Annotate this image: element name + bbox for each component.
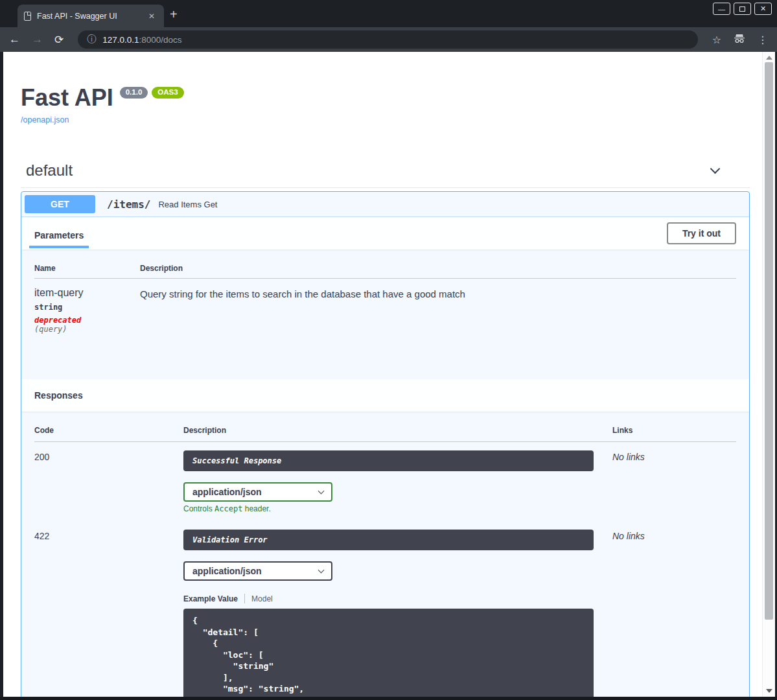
parameter-meta: item-query string deprecated (query) xyxy=(34,287,140,334)
example-json-codeblock: { "detail": [ { "loc": [ "string" ], "ms… xyxy=(183,609,594,697)
url-host: 127.0.0.1 xyxy=(102,35,139,45)
response-200-body: Successful Response application/json Con… xyxy=(183,450,612,521)
col-resp-description: Description xyxy=(183,426,612,435)
back-icon[interactable]: ← xyxy=(9,33,20,46)
chevron-down-icon xyxy=(318,487,325,494)
window-controls: — ✕ xyxy=(713,3,772,15)
response-description-box: Successful Response xyxy=(183,450,594,471)
response-links: No links xyxy=(612,450,736,521)
parameter-row: item-query string deprecated (query) Que… xyxy=(34,279,736,379)
response-422-body: Validation Error application/json Exampl… xyxy=(183,530,612,697)
response-links: No links xyxy=(612,530,736,697)
responses-table-head: Code Description Links xyxy=(34,412,736,442)
responses-title: Responses xyxy=(34,390,83,401)
api-title: Fast API xyxy=(21,84,113,111)
media-type-select-200[interactable]: application/json xyxy=(183,482,332,502)
url-path: :8000/docs xyxy=(139,35,182,45)
col-description: Description xyxy=(140,264,736,273)
tab-close-icon[interactable]: ✕ xyxy=(146,10,157,22)
reload-icon[interactable]: ⟳ xyxy=(54,33,64,47)
response-row-200: 200 Successful Response application/json… xyxy=(34,442,736,521)
incognito-icon xyxy=(733,33,746,46)
browser-toolbar: ← → ⟳ ⓘ 127.0.0.1:8000/docs ☆ ⋮ xyxy=(0,27,777,52)
maximize-button[interactable] xyxy=(734,3,751,15)
responses-header: Responses xyxy=(21,379,749,412)
version-badge: 0.1.0 xyxy=(120,87,148,99)
media-type-value: application/json xyxy=(192,487,262,497)
page-favicon-icon xyxy=(24,12,31,21)
http-method-badge: GET xyxy=(25,195,95,213)
close-window-button[interactable]: ✕ xyxy=(754,3,772,15)
example-model-tabs: Example Value Model xyxy=(183,594,612,603)
api-badges: 0.1.0 OAS3 xyxy=(120,87,184,99)
parameters-table-head: Name Description xyxy=(34,250,736,279)
model-tab[interactable]: Model xyxy=(251,594,273,603)
scrollbar-down-arrow-icon[interactable] xyxy=(766,689,772,693)
operation-path: /items/ xyxy=(107,198,150,211)
media-type-value: application/json xyxy=(192,566,262,576)
parameter-location: (query) xyxy=(34,325,140,334)
response-description-box: Validation Error xyxy=(183,530,594,550)
tag-header[interactable]: default xyxy=(21,161,750,188)
chevron-down-icon[interactable] xyxy=(710,163,721,174)
col-links: Links xyxy=(612,426,736,435)
new-tab-button[interactable]: + xyxy=(170,8,178,21)
tab-title: Fast API - Swagger UI xyxy=(37,12,140,21)
address-bar[interactable]: ⓘ 127.0.0.1:8000/docs xyxy=(78,30,697,49)
col-name: Name xyxy=(34,264,140,273)
forward-icon[interactable]: → xyxy=(32,33,43,46)
browser-titlebar: Fast API - Swagger UI ✕ + — ✕ xyxy=(0,0,777,27)
chevron-down-icon xyxy=(318,566,325,573)
parameters-header: Parameters Try it out xyxy=(21,217,749,250)
parameters-table: Name Description item-query string depre… xyxy=(21,250,749,379)
maximize-icon xyxy=(739,6,745,12)
tab-separator xyxy=(244,594,245,603)
browser-menu-icon[interactable]: ⋮ xyxy=(758,34,768,46)
window-bottom-border xyxy=(0,697,777,700)
try-it-out-button[interactable]: Try it out xyxy=(667,222,736,244)
tag-section-default: default GET /items/ Read Items Get Param… xyxy=(21,161,750,697)
api-title-row: Fast API 0.1.0 OAS3 xyxy=(21,84,750,111)
accept-header-code: Accept xyxy=(215,504,242,513)
bookmark-star-icon[interactable]: ☆ xyxy=(712,34,721,46)
page-scrollbar[interactable] xyxy=(762,52,775,697)
opblock-get-items: GET /items/ Read Items Get Parameters Tr… xyxy=(21,191,750,697)
swagger-ui: Fast API 0.1.0 OAS3 /openapi.json defaul… xyxy=(3,52,762,697)
example-value-tab[interactable]: Example Value xyxy=(183,594,238,603)
response-code: 200 xyxy=(34,450,183,521)
openapi-spec-link[interactable]: /openapi.json xyxy=(21,115,69,124)
parameter-description: Query string for the items to search in … xyxy=(140,287,736,334)
operation-summary-text: Read Items Get xyxy=(158,200,217,209)
page-viewport: Fast API 0.1.0 OAS3 /openapi.json defaul… xyxy=(3,52,775,697)
operation-summary[interactable]: GET /items/ Read Items Get xyxy=(21,192,749,217)
parameter-name: item-query xyxy=(34,287,140,299)
response-code: 422 xyxy=(34,530,183,697)
col-code: Code xyxy=(34,426,183,435)
scrollbar-up-arrow-icon[interactable] xyxy=(766,56,772,60)
parameter-deprecated-flag: deprecated xyxy=(34,316,140,325)
scrollbar-thumb[interactable] xyxy=(765,62,773,620)
oas3-badge: OAS3 xyxy=(152,87,183,99)
parameters-tab[interactable]: Parameters xyxy=(34,218,84,248)
browser-tab[interactable]: Fast API - Swagger UI ✕ xyxy=(17,5,164,27)
site-info-icon[interactable]: ⓘ xyxy=(87,34,96,45)
controls-accept-note: Controls Accept header. xyxy=(183,504,612,521)
media-type-select-422[interactable]: application/json xyxy=(183,561,332,581)
tag-name: default xyxy=(26,161,73,180)
minimize-button[interactable]: — xyxy=(713,3,730,15)
responses-table: Code Description Links 200 Successful Re… xyxy=(21,412,749,697)
response-row-422: 422 Validation Error application/json Ex… xyxy=(34,521,736,697)
parameter-type: string xyxy=(34,303,140,312)
